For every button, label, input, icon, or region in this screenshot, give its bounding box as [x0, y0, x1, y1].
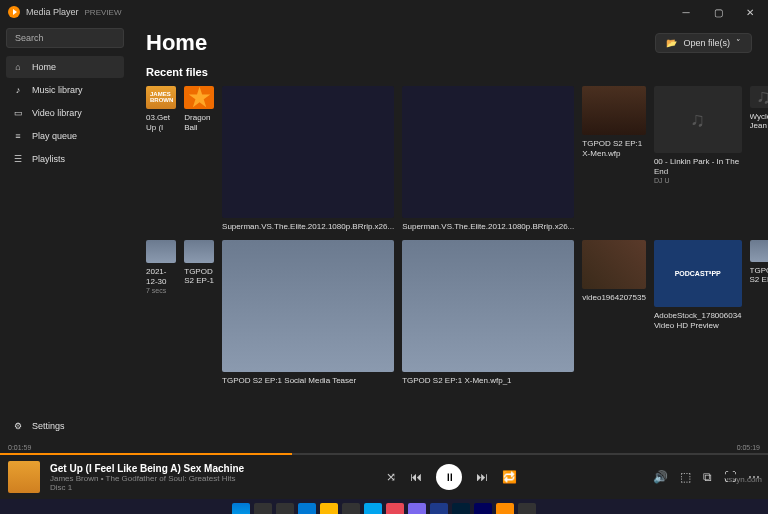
media-card[interactable]: ♫Wyclef Jean -WaRiO- Ca Ne Me [750, 86, 768, 232]
media-card[interactable]: Dragon Ball Super - 048 - Hope! Redux... [184, 86, 214, 232]
now-playing-art[interactable] [8, 461, 40, 493]
video-icon: ▭ [12, 107, 24, 119]
nav-label: Home [32, 62, 56, 72]
taskbar-app[interactable] [342, 503, 360, 514]
nav-play-queue[interactable]: ≡Play queue [6, 125, 124, 147]
card-title: AdobeStock_178006034 Video HD Preview [654, 311, 742, 330]
media-card[interactable]: TGPOD S2 EP-1 Xmen [750, 240, 768, 386]
nav-settings[interactable]: ⚙Settings [6, 415, 124, 437]
progress-bar[interactable] [0, 453, 768, 455]
nav-label: Play queue [32, 131, 77, 141]
nav-label: Settings [32, 421, 65, 431]
taskbar-search[interactable] [254, 503, 272, 514]
nav-home[interactable]: ⌂Home [6, 56, 124, 78]
shuffle-button[interactable]: ⤨ [386, 470, 396, 484]
open-file-button[interactable]: 📂Open file(s)˅ [655, 33, 752, 53]
repeat-button[interactable]: 🔁 [502, 470, 517, 484]
card-title: 2021-12-30 10-52-13 [146, 267, 176, 287]
minimize-button[interactable]: ─ [676, 2, 696, 22]
now-playing-artist: James Brown • The Godfather of Soul: Gre… [50, 474, 250, 492]
volume-button[interactable]: 🔊 [653, 470, 668, 484]
card-title: Superman.VS.The.Elite.2012.1080p.BRrip.x… [402, 222, 574, 232]
media-card[interactable]: TGPOD S2 EP:1 Social Media Teaser [222, 240, 394, 386]
taskbar-pr[interactable] [474, 503, 492, 514]
section-title: Recent files [146, 66, 752, 78]
nav-label: Playlists [32, 154, 65, 164]
card-title: TGPOD S2 EP:1 Social Media Teaser [222, 376, 394, 386]
sidebar: Search ⌂Home ♪Music library ▭Video libra… [0, 24, 130, 442]
media-card[interactable]: 03.Get Up (I Feel Like Being A) Sex Mach… [146, 86, 176, 232]
taskbar-app[interactable] [364, 503, 382, 514]
folder-icon: 📂 [666, 38, 677, 48]
thumbnail [402, 86, 574, 218]
chevron-down-icon: ˅ [736, 38, 741, 48]
close-button[interactable]: ✕ [740, 2, 760, 22]
pause-button[interactable]: ⏸ [436, 464, 462, 490]
app-title: Media Player [26, 7, 79, 17]
thumbnail [402, 240, 574, 372]
cast-button[interactable]: ⬚ [680, 470, 691, 484]
media-card[interactable]: TGPOD S2 EP:1 X-Men.wfp_1 [402, 240, 574, 386]
nav-video-library[interactable]: ▭Video library [6, 102, 124, 124]
titlebar: Media Player PREVIEW ─ ▢ ✕ [0, 0, 768, 24]
media-card[interactable]: AdobeStock_178006034 Video HD Preview [654, 240, 742, 386]
thumbnail [222, 240, 394, 372]
music-note-icon: ♫ [756, 86, 768, 108]
search-input[interactable]: Search [6, 28, 124, 48]
home-icon: ⌂ [12, 61, 24, 73]
thumbnail [750, 240, 768, 262]
nav-label: Video library [32, 108, 82, 118]
thumbnail [146, 86, 176, 109]
task-view[interactable] [276, 503, 294, 514]
maximize-button[interactable]: ▢ [708, 2, 728, 22]
card-title: TGPOD S2 EP:1 X-Men.wfp_1 [402, 376, 574, 386]
media-card[interactable]: video1964207535 [582, 240, 646, 386]
preview-badge: PREVIEW [85, 8, 122, 17]
nav-music-library[interactable]: ♪Music library [6, 79, 124, 101]
nav-playlists[interactable]: ☰Playlists [6, 148, 124, 170]
playlist-icon: ☰ [12, 153, 24, 165]
music-note-icon: ♫ [690, 108, 705, 131]
card-title: Superman.VS.The.Elite.2012.1080p.BRrip.x… [222, 222, 394, 232]
taskbar-explorer[interactable] [320, 503, 338, 514]
taskbar-ps[interactable] [452, 503, 470, 514]
card-title: 00 - Linkin Park - In The End [654, 157, 742, 176]
elapsed-time: 0:01:59 [8, 444, 31, 451]
card-title: Wyclef Jean -WaRiO- Ca Ne Me [750, 112, 768, 132]
media-card[interactable]: Superman.VS.The.Elite.2012.1080p.BRrip.x… [222, 86, 394, 232]
media-card[interactable]: Superman.VS.The.Elite.2012.1080p.BRrip.x… [402, 86, 574, 232]
thumbnail: ♫ [750, 86, 768, 108]
taskbar-app[interactable] [518, 503, 536, 514]
media-card[interactable]: TGPOD S2 EP:1 X-Men.wfp [582, 86, 646, 232]
taskbar-mediaplayer[interactable] [496, 503, 514, 514]
thumbnail [582, 240, 646, 289]
taskbar-app[interactable] [298, 503, 316, 514]
thumbnail [146, 240, 176, 263]
start-button[interactable] [232, 503, 250, 514]
mini-player-button[interactable]: ⧉ [703, 470, 712, 484]
thumbnail [654, 240, 742, 307]
media-card[interactable]: ♫00 - Linkin Park - In The EndDJ U [654, 86, 742, 232]
card-subtitle: 7 secs [146, 287, 176, 294]
next-button[interactable]: ⏭ [476, 470, 488, 484]
card-title: Dragon Ball Super - 048 - Hope! Redux... [184, 113, 214, 133]
taskbar[interactable] [0, 499, 768, 514]
recent-files-grid: 03.Get Up (I Feel Like Being A) Sex Mach… [146, 86, 752, 386]
card-title: TGPOD S2 EP-1 Xmen [184, 267, 214, 287]
card-subtitle: DJ U [654, 177, 742, 184]
media-card[interactable]: 2021-12-30 10-52-137 secs [146, 240, 176, 386]
card-title: TGPOD S2 EP:1 X-Men.wfp [582, 139, 646, 158]
music-note-icon: ♪ [12, 84, 24, 96]
taskbar-app[interactable] [386, 503, 404, 514]
progress-fill [0, 453, 292, 455]
previous-button[interactable]: ⏮ [410, 470, 422, 484]
nav-label: Music library [32, 85, 83, 95]
media-card[interactable]: TGPOD S2 EP-1 Xmen [184, 240, 214, 386]
player-bar: Get Up (I Feel Like Being A) Sex Machine… [0, 455, 768, 499]
thumbnail [184, 240, 214, 263]
thumbnail [184, 86, 214, 109]
thumbnail: ♫ [654, 86, 742, 153]
taskbar-app[interactable] [430, 503, 448, 514]
time-row: 0:01:59 0:05:19 [0, 442, 768, 453]
taskbar-app[interactable] [408, 503, 426, 514]
